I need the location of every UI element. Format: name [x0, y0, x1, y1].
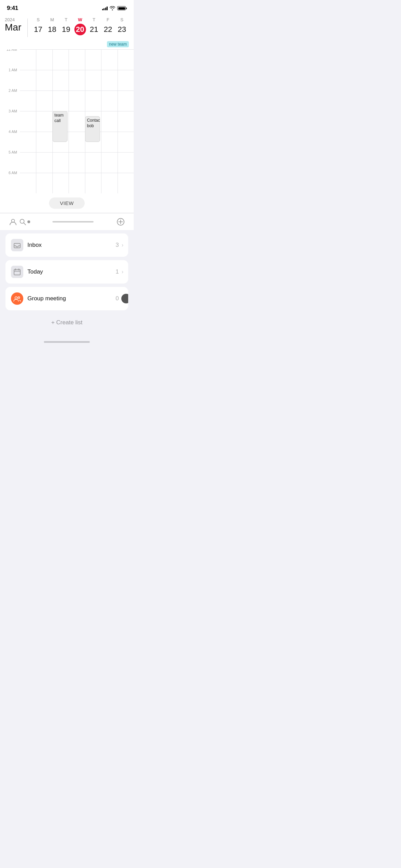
time-slot-2: 2 AM: [0, 91, 20, 111]
day-track-1: [36, 49, 36, 193]
day-name-23: S: [120, 17, 123, 22]
today-row[interactable]: Today 1 ›: [5, 260, 128, 284]
home-indicator: [0, 338, 134, 347]
event-team-call[interactable]: team call: [52, 111, 68, 142]
inbox-card[interactable]: Inbox 3 ›: [5, 233, 128, 257]
hour-row-6: [20, 173, 134, 193]
reminders-section: Inbox 3 › Today 1 ›: [0, 233, 134, 338]
inbox-row[interactable]: Inbox 3 ›: [5, 233, 128, 257]
hour-row-1: [20, 70, 134, 91]
time-label-2: 2 AM: [9, 88, 17, 93]
today-icon: [13, 268, 21, 276]
allday-event[interactable]: new team: [107, 41, 129, 47]
status-bar: 9:41: [0, 0, 134, 14]
group-count: 0: [116, 295, 119, 302]
svg-rect-7: [14, 269, 20, 275]
day-name-21: T: [93, 17, 95, 22]
day-track-6: [118, 49, 118, 193]
time-label-5: 5 AM: [9, 150, 17, 154]
day-name-19: T: [65, 17, 68, 22]
hour-row-2: [20, 91, 134, 111]
signal-icon: [102, 6, 108, 10]
time-label-0: 12 AM: [7, 49, 17, 51]
time-slot-3: 3 AM: [0, 111, 20, 132]
day-col-22[interactable]: F22: [101, 17, 115, 35]
day-col-18[interactable]: M18: [45, 17, 59, 35]
wifi-icon: [110, 6, 115, 10]
inbox-chevron: ›: [122, 242, 123, 248]
group-icon-wrap: [11, 292, 23, 305]
time-label-6: 6 AM: [9, 171, 17, 175]
header-divider: [27, 19, 28, 37]
days-header: S17M18T19W20T21F22S23: [31, 17, 129, 35]
drag-handle[interactable]: [121, 294, 128, 303]
day-name-22: F: [107, 17, 109, 22]
today-chevron: ›: [122, 269, 123, 275]
calendar-grid[interactable]: 12 AM1 AM2 AM3 AM4 AM5 AM6 AM team callC…: [0, 49, 134, 193]
add-button[interactable]: [116, 217, 125, 227]
hour-row-4: [20, 132, 134, 152]
allday-row: new team: [0, 39, 134, 49]
time-slot-0: 12 AM: [0, 49, 20, 70]
days-grid[interactable]: team callContact bob: [20, 49, 134, 193]
home-indicator-bar: [44, 341, 90, 343]
battery-icon: [117, 6, 127, 10]
search-button[interactable]: [18, 217, 27, 227]
group-meeting-card[interactable]: Group meeting 0 ›: [5, 287, 128, 310]
plus-icon: [117, 218, 124, 226]
day-num-19[interactable]: 19: [60, 24, 72, 35]
day-track-5: [101, 49, 101, 193]
group-icon: [13, 295, 21, 302]
time-slot-1: 1 AM: [0, 70, 20, 91]
time-slot-4: 4 AM: [0, 132, 20, 152]
day-track-3: [69, 49, 69, 193]
svg-point-12: [18, 297, 20, 299]
day-col-21[interactable]: T21: [87, 17, 101, 35]
create-list-row[interactable]: + Create list: [0, 314, 134, 331]
day-num-21[interactable]: 21: [88, 24, 100, 35]
profile-button[interactable]: [8, 217, 18, 227]
hour-row-5: [20, 152, 134, 173]
day-col-23[interactable]: S23: [115, 17, 129, 35]
search-icon: [19, 218, 26, 226]
calendar-header: 2024 Mar S17M18T19W20T21F22S23: [0, 14, 134, 39]
event-contact-bob[interactable]: Contact bob: [85, 116, 100, 142]
day-num-23[interactable]: 23: [116, 24, 128, 35]
svg-line-2: [24, 223, 26, 225]
home-indicator-toolbar: [52, 221, 94, 222]
group-meeting-row[interactable]: Group meeting 0 ›: [5, 287, 128, 310]
svg-point-0: [12, 219, 15, 222]
day-col-20[interactable]: W20: [73, 17, 87, 35]
time-label-3: 3 AM: [9, 109, 17, 113]
day-num-22[interactable]: 22: [102, 24, 114, 35]
day-num-20[interactable]: 20: [74, 24, 86, 35]
day-num-17[interactable]: 17: [32, 24, 44, 35]
day-col-19[interactable]: T19: [59, 17, 73, 35]
time-column: 12 AM1 AM2 AM3 AM4 AM5 AM6 AM: [0, 49, 20, 193]
today-count: 1: [116, 268, 119, 275]
dot-indicator: [27, 220, 30, 223]
year-label: 2024: [5, 17, 23, 22]
view-button[interactable]: VIEW: [49, 197, 85, 209]
day-name-20: W: [78, 17, 82, 22]
inbox-icon-wrap: [11, 239, 23, 251]
inbox-icon: [13, 241, 21, 249]
month-year: 2024 Mar: [5, 17, 23, 33]
person-icon: [9, 218, 17, 226]
day-num-18[interactable]: 18: [46, 24, 58, 35]
day-name-17: S: [37, 17, 40, 22]
hour-row-0: [20, 49, 134, 70]
svg-point-11: [15, 297, 17, 299]
view-button-row: VIEW: [0, 193, 134, 213]
today-title: Today: [27, 268, 114, 275]
day-name-18: M: [50, 17, 54, 22]
time-label-1: 1 AM: [9, 68, 17, 72]
today-icon-wrap: [11, 266, 23, 278]
status-icons: [102, 6, 127, 10]
create-list-button[interactable]: + Create list: [51, 319, 82, 326]
day-col-17[interactable]: S17: [31, 17, 45, 35]
time-slot-6: 6 AM: [0, 173, 20, 193]
month-label: Mar: [5, 22, 23, 33]
today-card[interactable]: Today 1 ›: [5, 260, 128, 284]
inbox-title: Inbox: [27, 242, 114, 249]
